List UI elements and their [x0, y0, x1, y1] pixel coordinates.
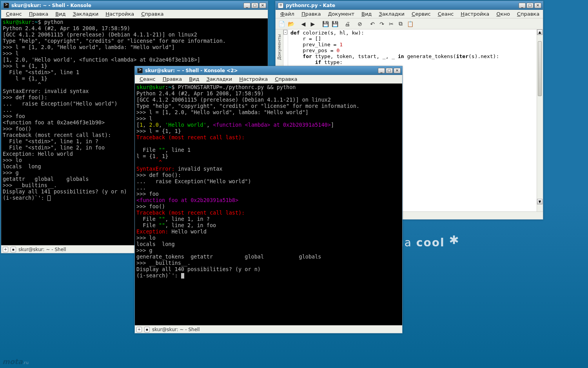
kate-toolbar: 📄 📂 ◀ ▶ 💾 💾 🖨 ⊘ ↶ ↷ ✂ ⧉ 📋: [276, 18, 543, 29]
menu-item-4[interactable]: Настройка: [102, 10, 137, 18]
paste-icon[interactable]: 📋: [406, 20, 414, 28]
forward-icon[interactable]: ▶: [309, 20, 317, 28]
menu-item-3[interactable]: Закладки: [203, 75, 236, 83]
menu-item-5[interactable]: Справка: [272, 75, 300, 83]
konsole-app-icon: [4, 3, 9, 8]
close-button[interactable]: ✕: [534, 3, 541, 8]
menu-item-7[interactable]: Настройка: [457, 10, 492, 18]
minimize-button[interactable]: _: [519, 3, 526, 8]
menu-item-3[interactable]: Вид: [358, 10, 375, 18]
scroll-down-icon[interactable]: ▼: [537, 199, 543, 204]
konsole1-tab-label[interactable]: skur@skur: ~ - Shell: [18, 247, 66, 252]
menu-item-5[interactable]: Справка: [138, 10, 167, 18]
maximize-button[interactable]: ▢: [251, 3, 258, 8]
close-button[interactable]: ✕: [394, 68, 401, 73]
menu-item-6[interactable]: Сеанс: [435, 10, 457, 18]
menu-item-1[interactable]: Правка: [298, 10, 324, 18]
konsole1-title: skur@skur: ~ - Shell - Konsole: [11, 3, 91, 8]
maximize-button[interactable]: ▢: [386, 68, 393, 73]
fold-toggle-icon[interactable]: -: [283, 30, 287, 35]
cut-icon[interactable]: ✂: [387, 20, 396, 28]
kate-menubar: ФайлПравкаДокументВидЗакладкиСервисСеанс…: [276, 10, 543, 18]
konsole-app-icon: [137, 68, 143, 73]
minimize-button[interactable]: _: [378, 68, 385, 73]
new-tab-icon[interactable]: +: [136, 327, 142, 332]
konsole2-window: skur@skur: ~ - Shell - Konsole <2> _ ▢ ✕…: [134, 66, 403, 333]
menu-item-4[interactable]: Закладки: [376, 10, 408, 18]
menu-item-0[interactable]: Сеанс: [136, 75, 159, 83]
scroll-thumb[interactable]: [538, 41, 542, 96]
konsole2-title: skur@skur: ~ - Shell - Konsole <2>: [145, 68, 238, 73]
print-icon[interactable]: 🖨: [343, 20, 352, 28]
new-file-icon[interactable]: 📄: [277, 20, 286, 28]
new-tab-icon[interactable]: +: [3, 247, 8, 252]
kate-side-documents[interactable]: Документы: [277, 33, 282, 62]
save-icon[interactable]: 💾: [321, 20, 330, 28]
menu-item-3[interactable]: Закладки: [70, 10, 102, 18]
menu-item-1[interactable]: Правка: [160, 75, 185, 83]
menu-item-0[interactable]: Сеанс: [3, 10, 25, 18]
konsole2-tab-label[interactable]: skur@skur: ~ - Shell: [152, 327, 200, 332]
redo-icon[interactable]: ↷: [377, 20, 386, 28]
konsole2-titlebar[interactable]: skur@skur: ~ - Shell - Konsole <2> _ ▢ ✕: [135, 66, 402, 75]
close-button[interactable]: ✕: [259, 3, 266, 8]
copy-icon[interactable]: ⧉: [396, 20, 405, 28]
scroll-up-icon[interactable]: ▲: [537, 29, 543, 35]
konsole2-terminal[interactable]: skur@skur:~$ PYTHONSTARTUP=./pythonrc.py…: [135, 84, 402, 325]
undo-icon[interactable]: ↶: [368, 20, 377, 28]
kate-title: pythonrc.py - Kate: [286, 3, 335, 8]
menu-item-0[interactable]: Файл: [277, 10, 298, 18]
mota-watermark: mota.ru: [2, 357, 29, 366]
back-icon[interactable]: ◀: [299, 20, 308, 28]
maximize-button[interactable]: ▢: [526, 3, 534, 8]
konsole2-menubar: СеансПравкаВидЗакладкиНастройкаСправка: [135, 75, 402, 84]
save-all-icon[interactable]: 💾: [330, 20, 339, 28]
open-file-icon[interactable]: 📂: [287, 20, 295, 28]
menu-item-8[interactable]: Окно: [493, 10, 513, 18]
menu-item-9[interactable]: Справка: [514, 10, 543, 18]
konsole1-menubar: СеансПравкаВидЗакладкиНастройкаСправка: [1, 10, 268, 18]
kate-titlebar[interactable]: pythonrc.py - Kate _ ▢ ✕: [276, 1, 543, 10]
menu-item-5[interactable]: Сервис: [408, 10, 434, 18]
menu-item-2[interactable]: Документ: [325, 10, 358, 18]
close-doc-icon[interactable]: ⊘: [356, 20, 364, 28]
kate-app-icon: [278, 3, 283, 8]
konsole2-statusbar: + ▪ skur@skur: ~ - Shell: [135, 325, 402, 333]
shell-tab-icon[interactable]: ▪: [144, 327, 150, 332]
menu-item-1[interactable]: Правка: [26, 10, 51, 18]
kate-scrollbar[interactable]: ▲ ▼: [537, 29, 543, 211]
konsole1-titlebar[interactable]: skur@skur: ~ - Shell - Konsole _ ▢ ✕: [1, 1, 268, 10]
menu-item-4[interactable]: Настройка: [236, 75, 271, 83]
minimize-button[interactable]: _: [243, 3, 250, 8]
desktop-watermark: ua cool ✱: [397, 235, 460, 249]
shell-tab-icon[interactable]: ▪: [11, 247, 16, 252]
menu-item-2[interactable]: Вид: [52, 10, 69, 18]
menu-item-2[interactable]: Вид: [186, 75, 202, 83]
